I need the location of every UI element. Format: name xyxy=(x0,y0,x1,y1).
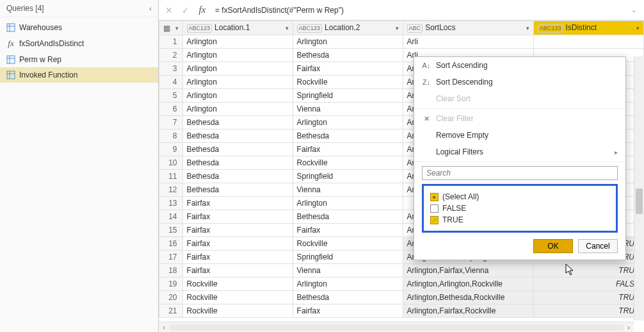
cell-sortlocs[interactable]: Arlington,Fairfax,Rockville xyxy=(403,304,533,318)
cell-sortlocs[interactable]: Arli xyxy=(403,35,533,49)
row-number[interactable]: 9 xyxy=(159,143,183,156)
cell-location2[interactable]: Rockville xyxy=(293,237,403,251)
cell-location1[interactable]: Fairfax xyxy=(182,251,293,264)
cell-location2[interactable]: Rockville xyxy=(293,76,403,89)
checkbox-icon[interactable] xyxy=(430,204,439,213)
cell-location1[interactable]: Arlington xyxy=(182,76,293,89)
checkbox-checked-icon[interactable] xyxy=(430,216,439,224)
cell-location1[interactable]: Bethesda xyxy=(182,170,293,183)
filter-option-false[interactable]: FALSE xyxy=(430,203,609,214)
collapse-panel-icon[interactable]: ‹ xyxy=(149,4,152,12)
cell-isdistinct[interactable]: FALSE xyxy=(533,278,643,291)
cell-location2[interactable]: Bethesda xyxy=(293,129,403,143)
column-header-location1[interactable]: ABC123Location.1 ▾ xyxy=(182,21,293,35)
formula-input[interactable] xyxy=(213,3,624,17)
column-header-sortlocs[interactable]: ABCSortLocs ▾ xyxy=(403,21,533,35)
row-number[interactable]: 14 xyxy=(159,210,183,224)
cell-sortlocs[interactable]: Arlington,Arlington,Rockville xyxy=(403,278,533,291)
cell-location2[interactable]: Rockville xyxy=(293,156,403,170)
cell-location2[interactable]: Vienna xyxy=(293,103,403,116)
query-item-2[interactable]: Perm w Rep xyxy=(0,52,158,67)
row-number[interactable]: 8 xyxy=(159,129,183,143)
row-number[interactable]: 18 xyxy=(159,264,183,278)
row-number[interactable]: 21 xyxy=(159,304,183,318)
ok-button[interactable]: OK xyxy=(533,239,573,253)
cell-isdistinct[interactable]: TRUE xyxy=(533,264,643,278)
cell-location1[interactable]: Bethesda xyxy=(182,116,293,129)
cancel-button[interactable]: Cancel xyxy=(578,239,618,253)
cell-location2[interactable]: Fairfax xyxy=(293,304,403,318)
table-row[interactable]: 19RockvilleArlingtonArlington,Arlington,… xyxy=(159,278,644,291)
cell-location1[interactable]: Fairfax xyxy=(182,264,293,278)
cell-location2[interactable]: Arlington xyxy=(293,278,403,291)
cell-location1[interactable]: Arlington xyxy=(182,62,293,76)
row-number[interactable]: 10 xyxy=(159,156,183,170)
fx-icon[interactable]: fx xyxy=(196,4,209,17)
cell-location1[interactable]: Arlington xyxy=(182,35,293,49)
cell-location2[interactable]: Arlington xyxy=(293,35,403,49)
filter-search-input[interactable] xyxy=(422,166,618,180)
table-corner[interactable]: ▦▾ xyxy=(159,21,183,35)
formula-expand-icon[interactable]: ⌄ xyxy=(627,4,640,17)
row-number[interactable]: 16 xyxy=(159,237,183,251)
filter-option-select-all[interactable]: (Select All) xyxy=(430,191,609,203)
cell-location1[interactable]: Fairfax xyxy=(182,224,293,237)
row-number[interactable]: 1 xyxy=(159,35,183,49)
checkbox-mixed-icon[interactable] xyxy=(430,193,439,201)
column-header-location2[interactable]: ABC123Location.2 ▾ xyxy=(293,21,403,35)
cell-location1[interactable]: Rockville xyxy=(182,304,293,318)
menu-logical-filters[interactable]: Logical Filters ▸ xyxy=(414,144,625,160)
cell-location1[interactable]: Bethesda xyxy=(182,129,293,143)
formula-commit-icon[interactable]: ✓ xyxy=(179,4,192,17)
query-item-3[interactable]: Invoked Function xyxy=(0,67,158,83)
cell-location2[interactable]: Bethesda xyxy=(293,210,403,224)
row-number[interactable]: 6 xyxy=(159,103,183,116)
cell-location2[interactable]: Fairfax xyxy=(293,224,403,237)
chevron-down-icon[interactable]: ▾ xyxy=(526,25,529,31)
cell-location1[interactable]: Rockville xyxy=(182,291,293,304)
cell-location2[interactable]: Bethesda xyxy=(293,49,403,62)
chevron-down-icon[interactable]: ▾ xyxy=(286,25,289,31)
cell-location1[interactable]: Arlington xyxy=(182,49,293,62)
cell-location2[interactable]: Fairfax xyxy=(293,62,403,76)
formula-cancel-icon[interactable]: ✕ xyxy=(163,4,175,17)
cell-location1[interactable]: Bethesda xyxy=(182,156,293,170)
row-number[interactable]: 3 xyxy=(159,62,183,76)
filter-option-true[interactable]: TRUE xyxy=(430,214,609,226)
table-row[interactable]: 20RockvilleBethesdaArlington,Bethesda,Ro… xyxy=(159,291,644,304)
table-row[interactable]: 18FairfaxViennaArlington,Fairfax,ViennaT… xyxy=(159,264,644,278)
chevron-down-icon[interactable]: ▾ xyxy=(396,25,399,31)
cell-location1[interactable]: Bethesda xyxy=(182,183,293,197)
cell-location2[interactable]: Arlington xyxy=(293,116,403,129)
cell-location1[interactable]: Fairfax xyxy=(182,210,293,224)
query-item-1[interactable]: fxfxSortAndIsDistinct xyxy=(0,35,158,52)
menu-sort-descending[interactable]: Z↓ Sort Descending xyxy=(414,74,625,90)
cell-location2[interactable]: Vienna xyxy=(293,183,403,197)
chevron-down-icon[interactable]: ▾ xyxy=(636,25,640,31)
cell-location1[interactable]: Rockville xyxy=(182,278,293,291)
row-number[interactable]: 13 xyxy=(159,197,183,210)
row-number[interactable]: 20 xyxy=(159,291,183,304)
table-row[interactable]: 1ArlingtonArlingtonArli xyxy=(159,35,644,49)
column-header-isdistinct[interactable]: ABC123IsDistinct ▾ xyxy=(533,21,643,35)
table-row[interactable]: 21RockvilleFairfaxArlington,Fairfax,Rock… xyxy=(159,304,644,318)
cell-location2[interactable]: Springfield xyxy=(293,251,403,264)
cell-location1[interactable]: Bethesda xyxy=(182,143,293,156)
cell-sortlocs[interactable]: Arlington,Bethesda,Rockville xyxy=(403,291,533,304)
row-number[interactable]: 12 xyxy=(159,183,183,197)
cell-isdistinct[interactable]: TRUE xyxy=(533,291,643,304)
cell-location2[interactable]: Bethesda xyxy=(293,291,403,304)
cell-isdistinct[interactable] xyxy=(533,35,643,49)
cell-location1[interactable]: Arlington xyxy=(182,103,293,116)
menu-remove-empty[interactable]: Remove Empty xyxy=(414,127,625,144)
cell-sortlocs[interactable]: Arlington,Fairfax,Vienna xyxy=(403,264,533,278)
cell-location1[interactable]: Arlington xyxy=(182,89,293,103)
cell-isdistinct[interactable]: TRUE xyxy=(533,304,643,318)
row-number[interactable]: 15 xyxy=(159,224,183,237)
row-number[interactable]: 7 xyxy=(159,116,183,129)
queries-header[interactable]: Queries [4] ‹ xyxy=(0,0,158,17)
cell-location1[interactable]: Fairfax xyxy=(182,197,293,210)
row-number[interactable]: 17 xyxy=(159,251,183,264)
row-number[interactable]: 19 xyxy=(159,278,183,291)
row-number[interactable]: 5 xyxy=(159,89,183,103)
